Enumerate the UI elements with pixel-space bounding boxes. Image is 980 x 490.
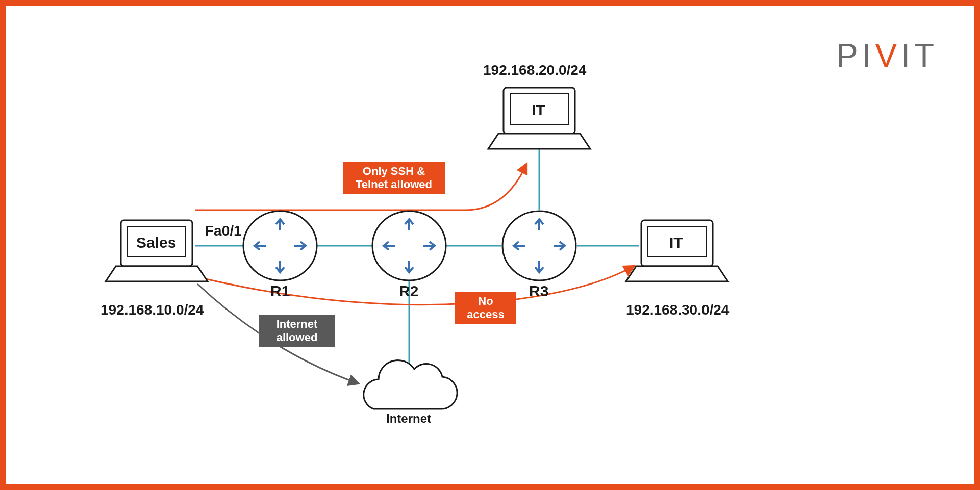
device-label-it-top: IT	[532, 101, 545, 119]
router-r3	[502, 211, 576, 280]
rule-no-access: No access	[455, 292, 516, 324]
router-r2	[372, 211, 446, 280]
router-label-r1: R1	[270, 282, 290, 300]
subnet-it-right: 192.168.30.0/24	[626, 302, 729, 318]
interface-fa01: Fa0/1	[205, 223, 242, 239]
cloud-internet-icon	[364, 360, 457, 409]
router-label-r2: R2	[399, 282, 418, 300]
router-r1	[243, 211, 317, 280]
cloud-label: Internet	[386, 411, 431, 426]
subnet-it-top: 192.168.20.0/24	[483, 62, 586, 79]
rule-ssh-telnet: Only SSH & Telnet allowed	[343, 162, 445, 194]
diagram-frame: PIVIT Sales IT IT R1 R2 R3 Fa0/1 192.168…	[0, 0, 980, 490]
device-label-it-right: IT	[669, 234, 683, 251]
logo-accent: V	[875, 37, 901, 74]
logo-part1: PI	[836, 37, 875, 74]
router-label-r3: R3	[529, 282, 548, 300]
brand-logo: PIVIT	[836, 37, 938, 74]
rule-internet-allowed: Internet allowed	[259, 315, 335, 347]
logo-part2: IT	[901, 37, 938, 74]
device-label-sales: Sales	[136, 234, 176, 251]
subnet-sales: 192.168.10.0/24	[100, 302, 204, 318]
